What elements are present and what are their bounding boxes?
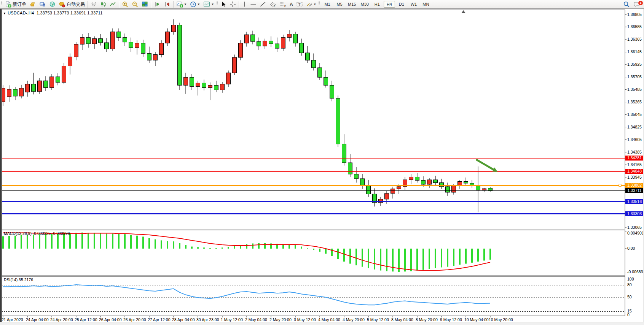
candle-down (446, 187, 450, 192)
candle-up (281, 38, 285, 48)
horizontal-line-button[interactable] (249, 0, 258, 8)
time-tick-label: 3 May 12:00 (294, 317, 316, 322)
rsi-label: RSI(14) 35.2176 (4, 277, 33, 282)
price-tick-label: 1.34825 (627, 125, 642, 129)
crosshair-button[interactable] (228, 0, 237, 8)
price-tick-label: 1.33065 (627, 225, 642, 230)
macd-bar (112, 233, 113, 249)
chart-canvas[interactable]: MACD(12,26,9) -0.003225 -0.003996RSI(14)… (0, 9, 644, 325)
market-watch-icon (29, 1, 36, 7)
timeframe-d1[interactable]: D1 (396, 1, 407, 8)
broadcast-button[interactable] (48, 0, 57, 8)
time-tick-label: 30 Apr 23:00 (196, 317, 219, 322)
candle-down (348, 163, 352, 174)
auto-scroll-icon (154, 1, 161, 7)
macd-bar (319, 249, 320, 252)
candle-down (251, 35, 255, 41)
autotrade-button[interactable]: 自动交易 (57, 0, 86, 8)
timeframe-m30[interactable]: M30 (359, 1, 370, 8)
channel-button[interactable]: E (268, 0, 277, 8)
macd-bar (435, 249, 436, 268)
candle-up (220, 84, 225, 90)
price-tick-label: 1.34165 (627, 162, 642, 167)
time-tick-label: 10 May 04:00 (464, 317, 489, 322)
timeframe-m5[interactable]: M5 (334, 1, 345, 8)
market-watch-button[interactable] (28, 0, 37, 8)
navigator-button[interactable] (38, 0, 47, 8)
new-order-icon (5, 1, 11, 8)
macd-bar (459, 249, 461, 265)
arrows-button[interactable]: ▼ (305, 0, 317, 8)
candle-up (427, 180, 432, 184)
label-button[interactable]: T (295, 0, 304, 8)
timeframe-m15[interactable]: M15 (346, 1, 358, 8)
vertical-line-button[interactable] (241, 0, 248, 8)
macd-bar (51, 234, 53, 249)
candle-up (482, 189, 486, 190)
candle-down (178, 25, 182, 86)
candlestick-chart-icon (100, 1, 107, 7)
time-tick-label: 9 May 12:00 (440, 317, 462, 322)
timeframe-h4[interactable]: H4 (384, 1, 395, 8)
price-tick-label: 1.35925 (627, 62, 642, 67)
trendline-icon (260, 1, 266, 7)
zoom-out-icon (132, 1, 139, 8)
chart-shift-icon (164, 1, 171, 7)
toolbar-grip[interactable] (217, 1, 218, 7)
fibonacci-button[interactable]: F (278, 0, 288, 8)
macd-bar (142, 237, 144, 249)
macd-bar (88, 233, 89, 249)
candle-up (50, 77, 54, 87)
zoom-out-button[interactable] (131, 0, 140, 8)
macd-bar (289, 244, 290, 249)
line-handle[interactable] (619, 184, 621, 187)
time-axis[interactable]: 21 Apr 202324 Apr 04:0024 Apr 20:0025 Ap… (2, 316, 513, 322)
zoom-in-button[interactable] (121, 0, 130, 8)
candle-down (117, 32, 121, 38)
price-tick-label: 1.36585 (627, 24, 642, 29)
candle-down (330, 85, 334, 98)
timeframe-mn[interactable]: MN (420, 1, 432, 8)
search-button[interactable] (622, 0, 631, 9)
macd-bar (429, 249, 430, 269)
macd-bar (465, 249, 467, 264)
candle-down (367, 186, 371, 194)
time-tick-label: 26 Apr 20:00 (123, 317, 146, 322)
time-tick-label: 24 Apr 04:00 (26, 317, 49, 322)
macd-axis-label: 0.00 (627, 246, 635, 250)
bar-chart-button[interactable] (89, 0, 98, 8)
templates-button[interactable]: ▼ (202, 0, 215, 8)
macd-bar (2, 236, 4, 249)
auto-scroll-button[interactable] (153, 0, 162, 8)
macd-bar (191, 247, 193, 249)
price-tick-label: 1.34605 (627, 137, 642, 142)
candle-down (141, 43, 145, 54)
rsi-panel[interactable] (2, 276, 625, 316)
toolbar-grip[interactable] (319, 1, 320, 7)
cursor-button[interactable] (220, 0, 228, 8)
chart-shift-button[interactable] (163, 0, 172, 8)
indicators-button[interactable]: ▼ (175, 0, 188, 8)
line-chart-button[interactable] (108, 0, 117, 8)
timeframe-m1[interactable]: M1 (322, 1, 333, 8)
timeframe-h1[interactable]: H1 (371, 1, 383, 8)
timeframe-w1[interactable]: W1 (408, 1, 419, 8)
notifications-button[interactable]: 1 (632, 0, 641, 9)
macd-bar (313, 249, 314, 250)
price-axis[interactable]: 1.368051.365851.363651.361451.359251.357… (625, 12, 644, 317)
macd-bar (331, 249, 333, 256)
candle-down (147, 54, 151, 60)
macd-bar (167, 241, 168, 249)
time-tick-label: 2 May 20:00 (269, 317, 292, 322)
toolbar-grip[interactable] (1, 1, 2, 7)
macd-bar (148, 238, 150, 249)
candlestick-chart-button[interactable] (99, 0, 108, 8)
periods-button[interactable]: ▼ (189, 0, 201, 8)
text-button[interactable]: A (289, 0, 294, 8)
tile-windows-button[interactable] (140, 0, 149, 8)
time-tick-label: 1 May 12:00 (221, 317, 243, 322)
new-order-button[interactable]: 新订单 (4, 0, 27, 8)
toolbar-separator (239, 1, 239, 8)
trendline-button[interactable] (258, 0, 267, 8)
macd-axis-label: -0.006838 (627, 270, 644, 274)
